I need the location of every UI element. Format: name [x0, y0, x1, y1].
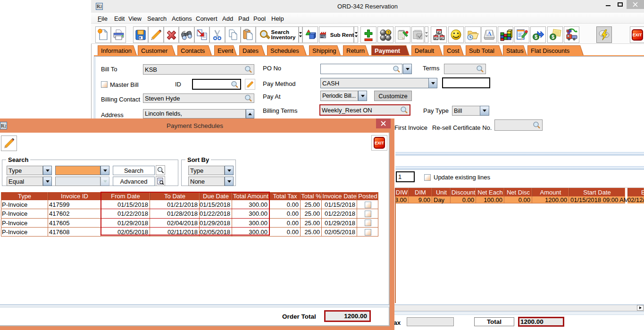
svg-text:$: $ — [552, 34, 554, 40]
svg-text:$: $ — [535, 34, 537, 40]
svg-text:?: ? — [387, 30, 390, 34]
svg-text:A: A — [487, 30, 491, 36]
